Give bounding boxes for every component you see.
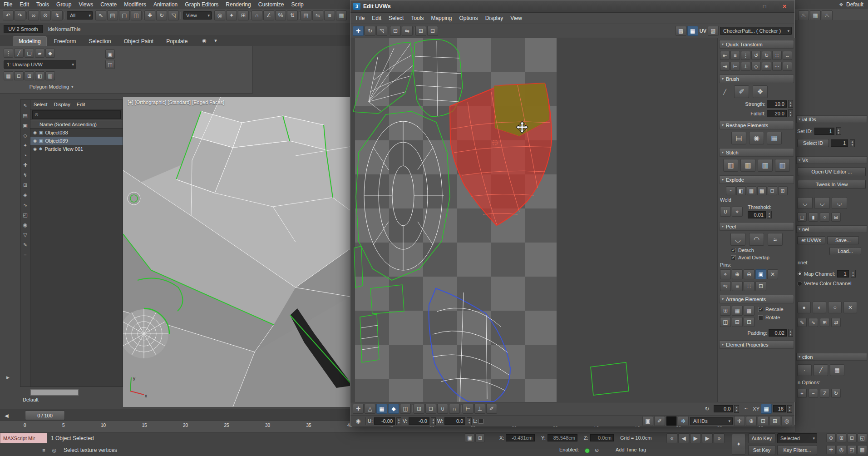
snaps-toggle-icon[interactable]: ∩ <box>252 10 262 20</box>
detach-checkbox[interactable] <box>731 248 736 253</box>
keyboard-override-icon[interactable]: ⊞ <box>238 10 249 20</box>
linear-align-icon[interactable]: ⊢ <box>730 62 740 71</box>
texture-list-icon[interactable]: ▨ <box>708 26 719 36</box>
align-horizontal-icon[interactable]: ≡ <box>730 51 740 60</box>
display-groups-icon[interactable]: ⊞ <box>23 182 27 188</box>
map-channel-radio[interactable] <box>797 271 802 276</box>
explode-header[interactable]: Explode <box>719 175 794 184</box>
explorer-column-header[interactable]: Name (Sorted Ascending) <box>30 120 123 129</box>
align-vertical-icon[interactable]: ⋮ <box>741 51 750 60</box>
flatten-custom-icon[interactable]: ⊞ <box>778 186 788 195</box>
notification-icon[interactable]: ⊙ <box>592 446 602 455</box>
maximize-button[interactable]: □ <box>755 0 774 12</box>
uvw-menu-select[interactable]: Select <box>385 13 407 24</box>
explorer-settings-icon[interactable]: ≡ <box>24 252 26 258</box>
auto-key-button[interactable]: Auto Key <box>748 433 775 443</box>
previous-frame-icon[interactable]: ◀ <box>678 433 689 443</box>
render-production-icon[interactable]: ♨ <box>822 10 833 20</box>
viewport-label[interactable]: [+] [Orthographic] [Standard] [Edged Fac… <box>128 99 224 105</box>
wire-sphere-icon[interactable]: ○ <box>828 302 842 313</box>
select-and-manipulate-icon[interactable]: ✦ <box>226 10 237 20</box>
relax-tool-icon[interactable]: ▦ <box>767 132 782 144</box>
threshold-spinner[interactable] <box>767 211 772 218</box>
polygon-subobject-icon[interactable]: ▰ <box>35 49 44 58</box>
ribbon-minimize-icon[interactable]: ▾ <box>211 36 221 45</box>
rescale-checkbox[interactable] <box>758 307 763 312</box>
divider[interactable] <box>388 27 389 35</box>
rectangular-region-icon[interactable]: ▢ <box>119 10 130 20</box>
divider[interactable] <box>26 12 27 19</box>
uv-island-fan[interactable] <box>353 43 414 114</box>
explorer-menu-edit[interactable]: Edit <box>74 100 89 109</box>
zoom-region-uv-icon[interactable]: ⊡ <box>758 416 769 426</box>
selection-set-dropdown[interactable]: Selected <box>777 433 817 443</box>
mirror-icon[interactable]: ⇋ <box>312 10 323 20</box>
menu-graph-editors[interactable]: Graph Editors <box>181 0 222 9</box>
rotate-ccw-icon[interactable]: ↺ <box>751 51 761 60</box>
divider[interactable] <box>64 12 64 19</box>
point-to-point-seam-icon[interactable]: ∿ <box>809 318 818 327</box>
zoom-icon[interactable]: ⊕ <box>826 433 836 442</box>
timeline-previous-icon[interactable]: ◀ <box>2 411 11 420</box>
select-and-link-icon[interactable]: ∞ <box>28 10 39 20</box>
menu-customize[interactable]: Customize <box>255 0 288 9</box>
zoom-all-icon[interactable]: ⊞ <box>837 433 846 442</box>
falloff-spinner[interactable] <box>788 109 793 117</box>
stitch-header[interactable]: Stitch <box>719 148 794 157</box>
trackbar-tick[interactable]: 25 <box>224 423 229 428</box>
selection-filter-dropdown[interactable]: All <box>67 11 93 20</box>
display-shapes-icon[interactable]: ◇ <box>23 133 27 139</box>
add-pin-icon[interactable]: ⊕ <box>732 269 743 279</box>
layout-flyout-icon[interactable]: ▶ <box>6 375 10 380</box>
tab-populate[interactable]: Populate <box>161 36 193 46</box>
workspace-selector[interactable]: Default <box>846 0 863 9</box>
absolute-mode-icon[interactable]: ⊞ <box>475 433 485 442</box>
face-subobject-icon[interactable]: ▦ <box>376 404 387 414</box>
display-materials-icon[interactable]: ◉ <box>23 222 28 228</box>
edge-select-icon[interactable]: ╱ <box>814 364 828 376</box>
grid-snap-toggle-icon[interactable]: ▦ <box>761 404 772 414</box>
render-setup-icon[interactable]: ♨ <box>798 10 809 20</box>
paint-soft-selection-icon[interactable]: ✐ <box>654 416 665 426</box>
isolate-selection-icon[interactable]: ◎ <box>49 446 59 455</box>
clear-pins-icon[interactable]: ✕ <box>767 269 778 279</box>
divider[interactable] <box>412 405 413 412</box>
menu-create[interactable]: Create <box>97 0 120 9</box>
ribbon-panel-caption[interactable]: Polygon Modeling ▾ <box>4 84 99 89</box>
peel-header[interactable]: Peel <box>719 222 794 231</box>
display-helpers-icon[interactable]: ✚ <box>23 162 27 168</box>
cylindrical-map-icon[interactable]: ▮ <box>809 213 818 222</box>
padding-spinner[interactable] <box>788 329 793 337</box>
explorer-select-icon[interactable]: ⇖ <box>23 103 27 109</box>
select-id-field[interactable]: 1 <box>831 139 848 147</box>
display-spacewarps-icon[interactable]: ↯ <box>23 172 27 178</box>
pan-uv-icon[interactable]: ✛ <box>734 416 745 426</box>
viewport[interactable]: x y [+] [Orthographic] [Standard] [Edged… <box>123 97 350 407</box>
w-spinner[interactable] <box>467 417 472 425</box>
grid-size-spinner[interactable] <box>787 405 792 413</box>
next-frame-icon[interactable]: ▶ <box>702 433 713 443</box>
angle-snap-icon[interactable]: ∠ <box>263 10 274 20</box>
visibility-icon[interactable]: ◉ <box>33 130 37 135</box>
orient-icon[interactable]: ◇ <box>751 62 761 71</box>
viewport-layout-preview[interactable] <box>30 389 79 396</box>
toggle-layer-explorer-icon[interactable]: ▦ <box>336 10 347 20</box>
map-channel-field[interactable]: 1 <box>837 270 849 278</box>
axis-constraint-label[interactable]: XY <box>753 406 760 411</box>
minimize-button[interactable]: — <box>735 0 755 12</box>
shrink-selection-icon[interactable]: ⊟ <box>425 404 436 414</box>
display-cameras-icon[interactable]: ◔ <box>24 153 27 158</box>
tab-freeform[interactable]: Freeform <box>49 36 82 46</box>
spherical-map-icon[interactable]: ○ <box>820 213 829 222</box>
trackbar-tick[interactable]: 15 <box>142 423 147 428</box>
display-lights-icon[interactable]: ✦ <box>23 143 27 149</box>
scene-object-row[interactable]: ◉ ▣ Object038 <box>30 129 123 137</box>
select-id-button[interactable]: Select ID <box>797 139 829 147</box>
menu-file[interactable]: File <box>0 0 16 9</box>
uv-island-ring[interactable] <box>356 111 450 280</box>
material-ids-rollout-header[interactable]: ial IDs <box>796 115 867 123</box>
set-id-spinner[interactable] <box>836 127 841 135</box>
collapse-stack-icon[interactable]: ⊟ <box>14 71 24 80</box>
display-bones-icon[interactable]: ∿ <box>23 202 27 208</box>
menu-views[interactable]: Views <box>75 0 97 9</box>
